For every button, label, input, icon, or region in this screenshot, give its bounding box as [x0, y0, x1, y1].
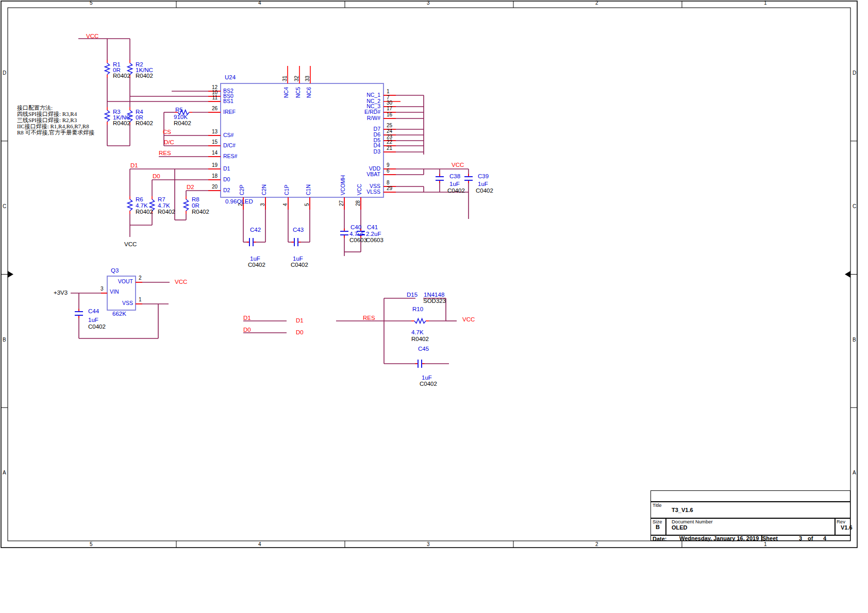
pin-number: 30	[387, 100, 392, 106]
pin-name: D1	[223, 166, 230, 172]
pin-number: 21	[387, 146, 392, 151]
pin-number: 5	[305, 203, 310, 206]
net-label-vcc: VCC	[86, 33, 98, 39]
pin-name: VIN	[110, 289, 119, 295]
footprint-c43: C0402	[291, 262, 308, 268]
refdes-r8: R8	[192, 196, 199, 202]
footprint-c40: C0603	[349, 237, 367, 243]
footprint-r1: R0402	[113, 73, 130, 79]
pin-number: 27	[339, 200, 345, 206]
net-label-d1: D1	[130, 162, 138, 168]
title-block-divider	[665, 518, 666, 535]
pin-name: IREF	[223, 109, 236, 115]
pin-name: C2N	[261, 184, 267, 195]
note-line: IIC接口焊接: R1,R4,R6,R7,R8	[17, 124, 89, 130]
resistor-symbol	[414, 319, 426, 323]
power-label-vcc: VCC	[124, 241, 137, 247]
sheet-label: Sheet	[762, 535, 778, 541]
value-c42: 1uF	[250, 256, 260, 262]
pin-name: BS1	[223, 98, 233, 104]
refdes-r5: R5	[175, 107, 183, 113]
zone-col: 4	[258, 542, 261, 548]
zone-col: 5	[90, 1, 93, 6]
doc-number-label: Document Number	[672, 519, 713, 524]
value-c43: 1uF	[293, 256, 303, 262]
zone-col: 1	[764, 542, 767, 548]
resistor-symbol	[105, 110, 110, 122]
note-line: R8 可不焊接,官方手册要求焊接	[17, 130, 94, 136]
date-label: Date:	[653, 536, 667, 542]
value-c44: 1uF	[88, 317, 98, 323]
pin-number: 16	[387, 112, 392, 118]
pin-number: 17	[387, 106, 392, 112]
refdes-c39: C39	[478, 173, 489, 179]
pin-name: E/RD#	[339, 109, 380, 115]
footprint-c42: C0402	[248, 262, 265, 268]
pin-name: NC_1	[339, 92, 380, 98]
zone-row: C	[853, 204, 856, 210]
pin-number: 3	[260, 203, 266, 206]
pin-number: 11	[204, 95, 218, 101]
resistor-symbol	[128, 199, 132, 211]
rev-value: V1.6	[841, 524, 853, 531]
pin-number: 14	[204, 150, 218, 156]
footprint-r8: R0402	[192, 209, 209, 215]
pin-number: 29	[387, 186, 392, 192]
value-r8: 0R	[192, 202, 199, 209]
pin-name: D0	[223, 177, 230, 182]
pin-number: 31	[282, 76, 288, 81]
note-line: 三线SPI接口焊接: R2,R3	[17, 117, 77, 124]
pin-name: D/C#	[223, 143, 236, 148]
zone-row: C	[3, 204, 6, 210]
footprint-r7: R0402	[158, 209, 175, 215]
net-label-res: RES	[159, 150, 171, 156]
note-line: 四线SPI接口焊接: R3,R4	[17, 111, 77, 117]
value-r7: 4.7K	[158, 202, 170, 209]
value-r6: 4.7K	[136, 202, 148, 209]
pin-number: 33	[305, 76, 311, 81]
pin-number: 1	[139, 297, 142, 303]
value-c38: 1uF	[449, 181, 460, 187]
footprint-d15: SOD323	[423, 298, 446, 304]
pin-name: C2P	[239, 185, 245, 195]
date-value: Wednesday, January 16, 2019	[679, 535, 759, 541]
resistor-symbol	[105, 63, 110, 75]
zone-col: 4	[258, 1, 261, 6]
value-r5: 910K	[174, 114, 188, 120]
pin-number: 22	[387, 140, 392, 145]
pin-number: 15	[204, 140, 218, 145]
footprint-r10: R0402	[411, 336, 429, 342]
footprint-c45: C0402	[420, 381, 437, 387]
net-label-res: RES	[363, 315, 375, 321]
refdes-r10: R10	[412, 306, 423, 312]
pin-number: 3	[101, 286, 104, 292]
pin-number: 25	[387, 123, 392, 129]
value-c41: 2.2uF	[366, 231, 381, 237]
pin-number: 20	[204, 184, 218, 190]
value-r10: 4.7K	[411, 329, 424, 335]
center-mark-right	[845, 271, 850, 278]
pin-name: D2	[223, 188, 230, 193]
offpage-label-d0: D0	[296, 329, 304, 335]
pin-name: C1N	[306, 184, 311, 195]
pin-number: 24	[387, 129, 392, 134]
title-label: Title	[653, 502, 662, 508]
refdes-r7: R7	[158, 196, 165, 202]
title-block-divider	[651, 501, 850, 502]
pin-name: NC5	[295, 87, 301, 98]
value-q3: 662K	[112, 311, 126, 317]
power-label-3v3: +3V3	[54, 290, 68, 296]
pin-name: D3	[339, 149, 380, 155]
pin-name: D4	[339, 143, 380, 148]
refdes-u24: U24	[225, 74, 236, 80]
zone-row: A	[853, 470, 856, 476]
net-label-vcc: VCC	[462, 316, 475, 322]
size-value: B	[656, 524, 660, 530]
footprint-r5: R0402	[174, 120, 191, 126]
net-label-d1: D1	[243, 315, 251, 321]
doc-number-value: OLED	[672, 524, 688, 531]
footprint-c38: C0402	[447, 188, 465, 194]
note-line: 接口配置方法:	[17, 105, 53, 111]
pin-number: 19	[204, 163, 218, 168]
pin-name: C1P	[284, 185, 290, 195]
